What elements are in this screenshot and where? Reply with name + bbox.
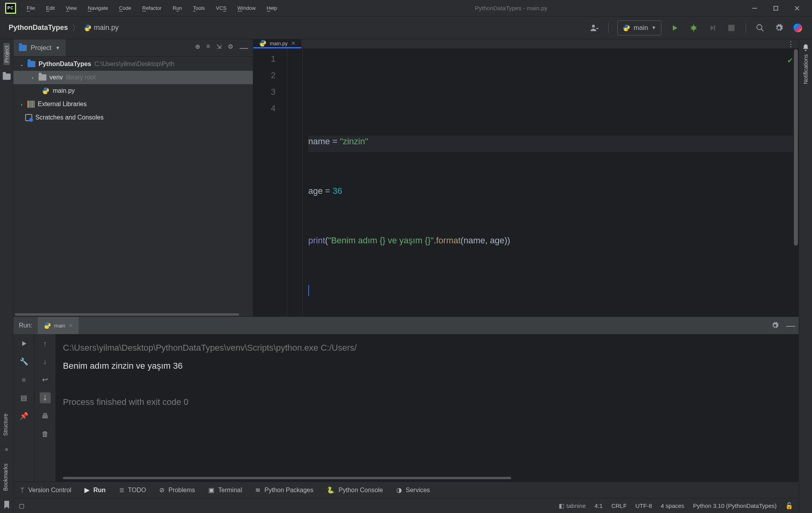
- run-tool-window: Run: main ✕ — 🔧 ■ ▤: [13, 316, 799, 482]
- layout-icon[interactable]: ▤: [18, 392, 29, 403]
- user-icon[interactable]: [586, 20, 602, 36]
- tree-external-libraries[interactable]: › External Libraries: [13, 97, 253, 111]
- tabnine-widget[interactable]: ◧tabnine: [559, 502, 586, 509]
- wrench-icon[interactable]: 🔧: [18, 356, 29, 367]
- down-icon[interactable]: ↓: [40, 356, 51, 367]
- status-eol[interactable]: CRLF: [611, 502, 627, 509]
- tree-file-main[interactable]: main.py: [13, 84, 253, 97]
- tool-problems[interactable]: ⊘Problems: [159, 486, 195, 494]
- inspection-ok-icon[interactable]: ✔: [787, 52, 793, 69]
- editor-tabs-more-icon[interactable]: ⋮: [783, 39, 799, 48]
- tool-run[interactable]: ▶Run: [85, 486, 105, 494]
- bookmark-icon[interactable]: [2, 500, 11, 509]
- tool-structure-tab[interactable]: Structure: [2, 411, 11, 438]
- maximize-button[interactable]: [773, 5, 779, 11]
- python-icon: 🐍: [327, 486, 335, 494]
- clear-icon[interactable]: 🗑: [40, 428, 51, 439]
- svg-line-10: [691, 28, 692, 29]
- breadcrumb-project[interactable]: PythonDataTypes: [9, 24, 68, 32]
- select-opened-file-icon[interactable]: ⊕: [195, 43, 200, 53]
- folder-icon: [28, 61, 35, 67]
- svg-point-5: [692, 26, 696, 30]
- tree-scratches[interactable]: Scratches and Consoles: [13, 111, 253, 124]
- close-button[interactable]: [794, 5, 800, 11]
- tool-python-console[interactable]: 🐍Python Console: [327, 486, 383, 494]
- coverage-button[interactable]: [705, 20, 720, 36]
- up-icon[interactable]: ↑: [40, 338, 51, 349]
- bell-icon[interactable]: [801, 43, 810, 52]
- tree-external-label: External Libraries: [38, 101, 87, 108]
- status-indent[interactable]: 4 spaces: [661, 502, 684, 509]
- run-settings-icon[interactable]: [767, 318, 783, 333]
- tool-services[interactable]: ◑Services: [396, 486, 430, 494]
- stop-icon[interactable]: ■: [18, 374, 29, 385]
- tool-bookmarks-tab[interactable]: Bookmarks: [2, 461, 11, 493]
- structure-icon[interactable]: ≡: [2, 445, 11, 454]
- annotation-gutter[interactable]: [287, 48, 303, 316]
- run-button[interactable]: [667, 20, 683, 36]
- run-tab[interactable]: main ✕: [38, 317, 79, 334]
- close-run-tab-icon[interactable]: ✕: [68, 322, 73, 329]
- menu-help[interactable]: Help: [261, 0, 283, 16]
- code-text[interactable]: name = "zinzin" age = 36 print("Benim ad…: [303, 48, 799, 316]
- menu-view[interactable]: View: [60, 0, 82, 16]
- collapse-all-icon[interactable]: ⇲: [216, 43, 221, 53]
- tool-window-quick-icon[interactable]: ▢: [19, 502, 24, 509]
- tool-notifications-tab[interactable]: Notifications: [803, 52, 809, 86]
- stop-button[interactable]: [724, 20, 739, 36]
- tool-terminal[interactable]: ▣Terminal: [208, 486, 242, 494]
- lock-icon[interactable]: 🔓: [785, 502, 793, 509]
- menu-tools[interactable]: Tools: [188, 0, 210, 16]
- project-scrollbar[interactable]: [13, 313, 253, 316]
- menu-window[interactable]: Window: [232, 0, 261, 16]
- tool-python-packages[interactable]: ≋Python Packages: [255, 486, 313, 494]
- minimize-button[interactable]: [751, 5, 758, 11]
- status-interpreter[interactable]: Python 3.10 (PythonDataTypes): [693, 502, 777, 509]
- breadcrumb-file[interactable]: main.py: [84, 24, 119, 32]
- breadcrumb: PythonDataTypes 〉 main.py: [0, 22, 119, 33]
- pin-icon[interactable]: 📌: [18, 410, 29, 421]
- expand-all-icon[interactable]: ≡: [206, 43, 210, 53]
- navbar: PythonDataTypes 〉 main.py main ▼: [0, 17, 812, 39]
- tree-venv[interactable]: › venv library root: [13, 71, 253, 84]
- tree-root[interactable]: ⌄ PythonDataTypes C:\Users\yilma\Desktop…: [13, 57, 253, 71]
- menu-file[interactable]: File: [21, 0, 41, 16]
- tool-project-tab[interactable]: Project: [4, 43, 10, 65]
- menu-refactor[interactable]: Refactor: [137, 0, 167, 16]
- close-tab-icon[interactable]: ✕: [291, 40, 296, 46]
- menu-navigate[interactable]: Navigate: [82, 0, 113, 16]
- gear-icon[interactable]: ⚙: [228, 43, 233, 53]
- project-pane-title[interactable]: Project ▼: [13, 39, 66, 56]
- hide-run-icon[interactable]: —: [783, 318, 799, 333]
- settings-icon[interactable]: [771, 20, 787, 36]
- run-config-selector[interactable]: main ▼: [617, 20, 661, 35]
- rerun-icon[interactable]: [18, 338, 29, 349]
- menu-edit[interactable]: Edit: [41, 0, 60, 16]
- editor-tab-main[interactable]: main.py ✕: [253, 39, 301, 48]
- tool-todo[interactable]: ≣TODO: [119, 486, 146, 494]
- code-area[interactable]: 1 2 3 4 name = "zinzin" age = 36 print("…: [253, 48, 799, 316]
- tree-scratches-label: Scratches and Consoles: [35, 114, 103, 121]
- branch-icon: ᛘ: [20, 487, 24, 494]
- menu-run[interactable]: Run: [167, 0, 188, 16]
- project-tree[interactable]: ⌄ PythonDataTypes C:\Users\yilma\Desktop…: [13, 57, 253, 313]
- menu-vcs[interactable]: VCS: [210, 0, 232, 16]
- soft-wrap-icon[interactable]: ↩: [40, 374, 51, 385]
- hide-icon[interactable]: —: [239, 43, 248, 53]
- bottom-tool-bar: ᛘVersion Control ▶Run ≣TODO ⊘Problems ▣T…: [13, 482, 799, 498]
- status-encoding[interactable]: UTF-8: [635, 502, 652, 509]
- editor-scrollbar[interactable]: [793, 48, 799, 316]
- console-scrollbar[interactable]: [63, 476, 792, 480]
- code-with-me-icon[interactable]: [790, 20, 806, 36]
- console-output[interactable]: C:\Users\yilma\Desktop\PythonDataTypes\v…: [56, 334, 799, 482]
- debug-button[interactable]: [686, 20, 702, 36]
- status-caret-pos[interactable]: 4:1: [595, 502, 603, 509]
- print-icon[interactable]: 🖶: [40, 410, 51, 421]
- folder-icon[interactable]: [2, 72, 11, 81]
- line-number-gutter[interactable]: 1 2 3 4: [253, 48, 287, 316]
- tool-vcs[interactable]: ᛘVersion Control: [20, 487, 71, 494]
- search-icon[interactable]: [752, 20, 768, 36]
- scroll-to-end-icon[interactable]: ⤓: [40, 392, 51, 403]
- menu-code[interactable]: Code: [114, 0, 137, 16]
- run-tab-label: main: [54, 323, 65, 329]
